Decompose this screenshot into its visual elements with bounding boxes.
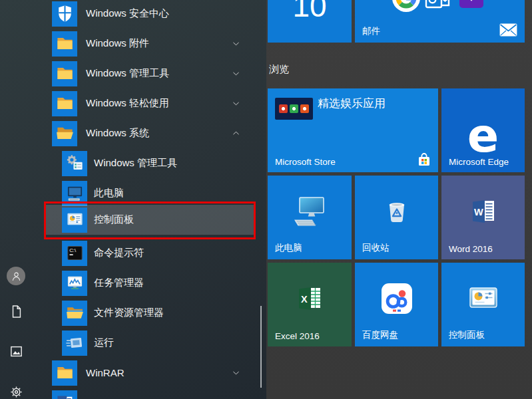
chevron-up-icon [231, 128, 241, 138]
folder-icon [52, 61, 77, 86]
tile-recycle-bin[interactable]: 回收站 [355, 176, 438, 259]
store-banner-app-icon [300, 104, 309, 113]
store-banner-app-icon [279, 104, 288, 113]
app-item-task-manager[interactable]: 任务管理器 [44, 268, 256, 298]
settings-button[interactable] [5, 381, 27, 399]
word-icon [52, 390, 77, 399]
store-bag-icon [417, 152, 431, 167]
gear-icon [9, 384, 24, 399]
app-item-windows-ease-of-access[interactable]: Windows 轻松使用 [44, 88, 256, 118]
chevron-down-icon [231, 368, 241, 378]
chevron-down-icon [231, 39, 241, 49]
app-item-winrar[interactable]: WinRAR [44, 358, 256, 388]
document-icon [9, 304, 24, 319]
tile-word-2016[interactable]: W Word 2016 [441, 176, 525, 259]
start-menu-tiles-panel: 浏览 10 [266, 0, 532, 399]
store-banner-image [275, 98, 313, 120]
app-item-this-pc[interactable]: 此电脑 [44, 178, 256, 208]
edge-logo-icon: e [441, 112, 525, 159]
tile-mail[interactable]: 邮件 [355, 0, 525, 43]
tile-microsoft-store[interactable]: 精选娱乐应用 Microsoft Store [268, 88, 438, 172]
chevron-down-icon [231, 68, 241, 78]
command-prompt-icon [62, 241, 87, 266]
mail-envelope-icon [499, 23, 517, 37]
calendar-date-number: 10 [268, 0, 352, 21]
app-list-scrollbar[interactable] [260, 306, 262, 388]
tile-microsoft-edge[interactable]: e Microsoft Edge [441, 88, 525, 172]
user-avatar-icon [7, 267, 25, 285]
tile-label: 百度网盘 [362, 329, 398, 341]
app-item-windows-system[interactable]: Windows 系统 [44, 118, 256, 148]
app-item-windows-security[interactable]: Windows 安全中心 [44, 0, 256, 29]
pictures-icon [9, 344, 24, 359]
pictures-button[interactable] [5, 340, 27, 362]
tile-label: Excel 2016 [275, 331, 320, 341]
tile-label: 控制面板 [449, 329, 485, 341]
yahoo-account-icon [458, 0, 485, 9]
word-logo-icon: W [468, 198, 499, 225]
this-pc-icon [290, 194, 329, 229]
svg-text:X: X [301, 294, 308, 305]
folder-open-icon [52, 121, 77, 146]
user-account-button[interactable] [5, 265, 27, 287]
excel-logo-icon: X [294, 285, 325, 313]
app-item-run[interactable]: 运行 [44, 328, 256, 358]
app-item-windows-admin-tools-group[interactable]: Windows 管理工具 [44, 59, 256, 88]
store-banner-title: 精选娱乐应用 [318, 96, 386, 111]
folder-icon [52, 31, 77, 57]
tile-label: 邮件 [362, 25, 380, 37]
task-manager-icon [62, 271, 87, 296]
svg-text:W: W [474, 207, 483, 217]
admin-tools-icon [62, 151, 87, 176]
chevron-down-icon [231, 98, 241, 108]
tile-label: 此电脑 [275, 242, 302, 254]
app-item-command-prompt[interactable]: 命令提示符 [44, 238, 256, 268]
start-menu-left-panel: Windows 安全中心 Windows 附件 Windows 管理工具 Win… [0, 0, 266, 399]
baidu-netdisk-icon [379, 281, 415, 317]
file-explorer-icon [62, 301, 87, 326]
run-icon [62, 331, 87, 356]
app-item-control-panel[interactable]: 控制面板 [44, 205, 256, 235]
control-panel-icon [468, 286, 499, 311]
tile-calendar[interactable]: 10 [268, 0, 352, 43]
recycle-bin-icon [380, 194, 414, 229]
folder-icon [52, 360, 77, 386]
tile-control-panel[interactable]: 控制面板 [441, 263, 525, 346]
shield-icon [52, 1, 77, 27]
store-banner-app-icon [290, 104, 298, 113]
outlook-account-icon [424, 0, 451, 15]
tile-label: 回收站 [362, 242, 390, 254]
tile-this-pc[interactable]: 此电脑 [268, 176, 352, 259]
tile-excel-2016[interactable]: X Excel 2016 [268, 263, 352, 346]
documents-button[interactable] [5, 301, 27, 322]
control-panel-icon [62, 207, 87, 233]
tile-group-label: 浏览 [269, 63, 289, 76]
app-item-windows-admin-tools[interactable]: Windows 管理工具 [44, 148, 256, 178]
app-item-windows-accessories[interactable]: Windows 附件 [44, 29, 256, 59]
google-account-icon [392, 0, 421, 13]
app-item-word-2016[interactable]: Word 2016 [44, 388, 256, 399]
tile-label: Word 2016 [449, 244, 493, 254]
app-item-file-explorer[interactable]: 文件资源管理器 [44, 298, 256, 328]
tile-label: Microsoft Edge [449, 157, 509, 167]
this-pc-icon [62, 181, 87, 206]
tile-label: Microsoft Store [275, 157, 336, 167]
folder-icon [52, 91, 77, 116]
tile-baidu-netdisk[interactable]: 百度网盘 [355, 263, 438, 346]
